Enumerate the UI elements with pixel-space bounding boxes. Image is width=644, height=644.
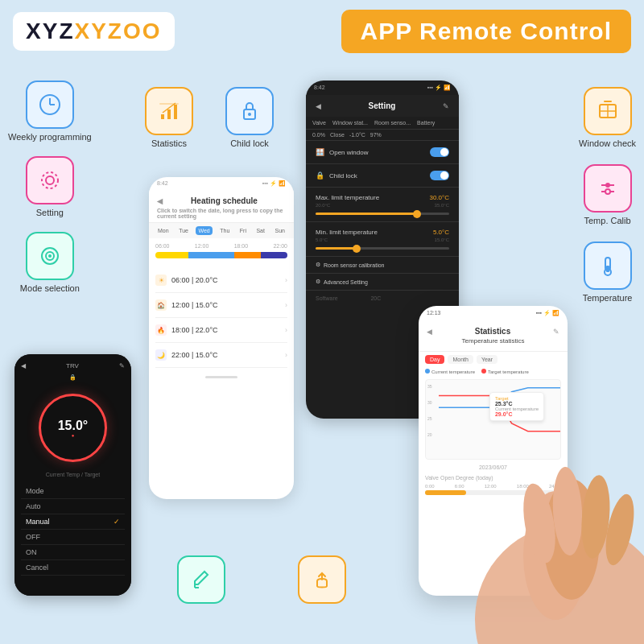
weekly-icon — [26, 80, 74, 129]
schedule-0600[interactable]: ☀ 06:00 | 20.0°C › — [155, 268, 287, 293]
svg-point-19 — [605, 183, 610, 188]
schedule-items: ☀ 06:00 | 20.0°C › 🏠 12:00 | 15.0°C › 🔥 … — [149, 265, 294, 371]
day-tue[interactable]: Tue — [176, 226, 191, 235]
child-lock-toggle[interactable] — [430, 171, 449, 180]
min-temp-slider[interactable] — [316, 247, 449, 250]
setting-open-window[interactable]: 🪟 Open window — [306, 141, 459, 164]
heating-schedule-subtitle: Click to switch the date, long press to … — [157, 208, 286, 219]
childlock-icon — [225, 87, 274, 135]
day-mon[interactable]: Mon — [155, 226, 171, 235]
feature-window[interactable]: Window check — [579, 87, 636, 148]
tab-day[interactable]: Day — [425, 355, 444, 364]
mode-item-on[interactable]: ON — [21, 545, 125, 560]
weekly-label: Weekly programming — [8, 132, 92, 142]
hand-area — [443, 394, 644, 644]
day-sun[interactable]: Sun — [272, 226, 287, 235]
stats-subtitle: Temperature statistics — [427, 337, 559, 345]
setting-status-time: 8:42 — [314, 85, 325, 91]
svg-point-3 — [46, 176, 54, 184]
svg-point-13 — [248, 113, 251, 116]
svg-rect-11 — [159, 103, 179, 105]
features-bottom-mid — [177, 555, 346, 604]
stats-legend: Current temperature Target temperature — [419, 367, 568, 376]
childlock-label: Child lock — [230, 138, 269, 148]
trv-circle: 15.0° ● — [39, 394, 107, 462]
days-row: Mon Tue Wed Thu Fri Sat Sun — [149, 223, 294, 238]
svg-point-22 — [605, 189, 610, 194]
svg-rect-10 — [174, 105, 177, 119]
open-window-toggle[interactable] — [430, 147, 449, 157]
mode-label: Mode selection — [20, 283, 80, 293]
page-title: APP Remote Control — [341, 10, 631, 53]
phone-heating-schedule: 8:42 ▪▪▪ ⚡ 📶 ◀ Heating schedule Click to… — [149, 177, 294, 499]
tempcalib-icon — [584, 164, 632, 213]
setting-header: ◀ Setting ✎ — [306, 95, 459, 117]
mode-item-cancel[interactable]: Cancel — [21, 560, 125, 576]
setting-child-lock[interactable]: 🔒 Child lock — [306, 164, 459, 188]
min-temp-value: 5.0°C — [433, 229, 449, 236]
edit-icon — [177, 555, 225, 604]
tab-month[interactable]: Month — [448, 355, 473, 364]
feature-statistics[interactable]: Statistics — [145, 87, 193, 148]
feature-temperature[interactable]: Temperature — [579, 242, 636, 303]
schedule-1200[interactable]: 🏠 12:00 | 15.0°C › — [155, 293, 287, 318]
trv-title: TRV — [66, 362, 79, 369]
day-thu[interactable]: Thu — [217, 226, 232, 235]
stats-time: 12:13 — [427, 310, 441, 316]
max-temp-value: 30.0°C — [429, 194, 449, 201]
feature-mode[interactable]: Mode selection — [8, 232, 92, 293]
mode-icon — [26, 232, 74, 280]
svg-rect-8 — [161, 114, 164, 119]
window-icon — [584, 87, 632, 135]
features-left: Weekly programming Setting Mode selectio… — [8, 80, 92, 293]
time-bar-area: 06:0012:0018:0022:00 — [149, 238, 294, 265]
features-top-mid: Statistics Child lock — [145, 87, 274, 148]
stats-header: ◀ Statistics ✎ Temperature statistics — [419, 320, 568, 352]
day-fri[interactable]: Fri — [237, 226, 249, 235]
open-window-label: Open window — [329, 149, 425, 156]
setting-title: Setting — [321, 101, 443, 110]
header: XYZXYZOO APP Remote Control — [0, 0, 644, 63]
touch-icon — [298, 555, 346, 604]
features-right: Window check Temp. Calib Temperature — [579, 87, 636, 303]
schedule-1800[interactable]: 🔥 18:00 | 22.0°C › — [155, 318, 287, 343]
stats-title: Statistics — [432, 327, 553, 336]
feature-setting[interactable]: Setting — [8, 156, 92, 217]
mode-list: Mode Auto Manual✓ OFF ON Cancel — [21, 484, 125, 576]
temperature-label: Temperature — [583, 293, 633, 303]
tempcalib-label: Temp. Calib — [584, 216, 631, 225]
setting-max-temp: Max. limit temperature 30.0°C 20.0°C35.0… — [306, 188, 459, 222]
stats-tabs: Day Month Year — [419, 352, 568, 367]
tab-year[interactable]: Year — [477, 355, 497, 364]
setting-icon — [26, 156, 74, 204]
feature-tempcalib[interactable]: Temp. Calib — [579, 164, 636, 225]
day-sat[interactable]: Sat — [254, 226, 267, 235]
phone-trv: ◀ TRV ✎ 🔒 15.0° ● Current Temp / Target … — [14, 354, 131, 596]
setting-columns: ValveWindow stat...Room senso...Battery — [306, 117, 459, 130]
feature-childlock[interactable]: Child lock — [225, 87, 274, 148]
feature-touch[interactable] — [298, 555, 346, 604]
mode-item-manual[interactable]: Manual✓ — [21, 514, 125, 530]
mode-item-off[interactable]: OFF — [21, 530, 125, 545]
feature-edit[interactable] — [177, 555, 225, 604]
heating-schedule-title: Heating schedule — [163, 196, 286, 205]
child-lock-label: Child lock — [329, 172, 425, 180]
statistics-icon — [145, 87, 193, 135]
mode-item-mode[interactable]: Mode — [21, 484, 125, 499]
setting-label: Setting — [36, 208, 64, 217]
day-wed[interactable]: Wed — [196, 226, 212, 235]
trv-temperature: 15.0° — [58, 419, 89, 433]
setting-min-temp: Min. limit temperature 5.0°C 5.0°C15.0°C — [306, 222, 459, 257]
statistics-label: Statistics — [151, 138, 187, 148]
temperature-icon — [584, 242, 632, 290]
schedule-2200[interactable]: 🌙 22:00 | 15.0°C › — [155, 343, 287, 368]
svg-point-4 — [42, 172, 58, 188]
feature-weekly[interactable]: Weekly programming — [8, 80, 92, 142]
mode-item-auto[interactable]: Auto — [21, 499, 125, 514]
max-temp-slider[interactable] — [316, 213, 449, 215]
trv-label: Current Temp / Target — [46, 472, 100, 477]
svg-rect-9 — [167, 109, 171, 119]
svg-point-7 — [48, 254, 52, 258]
window-label: Window check — [579, 138, 636, 148]
brand-logo: XYZXYZOO — [13, 12, 175, 51]
